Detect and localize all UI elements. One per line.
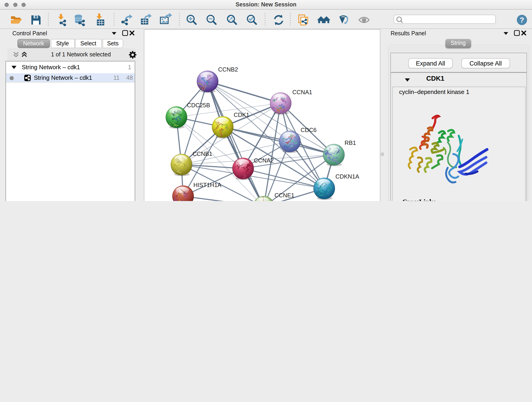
svg-text:RB1: RB1 [345, 139, 356, 146]
svg-text:CCNB2: CCNB2 [218, 66, 238, 72]
svg-text:?: ? [520, 16, 524, 24]
svg-text:CDC6: CDC6 [301, 127, 317, 133]
svg-text:CCNE1: CCNE1 [274, 192, 294, 198]
svg-text:CCNA1: CCNA1 [292, 89, 312, 95]
svg-text:CDK1: CDK1 [234, 111, 249, 118]
svg-text:CDC25B: CDC25B [187, 102, 210, 108]
svg-text:HIST1H1A: HIST1H1A [193, 182, 222, 188]
svg-text:CCNB1: CCNB1 [192, 150, 212, 157]
svg-text:CDKN1A: CDKN1A [336, 173, 360, 179]
svg-text:CCNA2: CCNA2 [254, 157, 274, 163]
